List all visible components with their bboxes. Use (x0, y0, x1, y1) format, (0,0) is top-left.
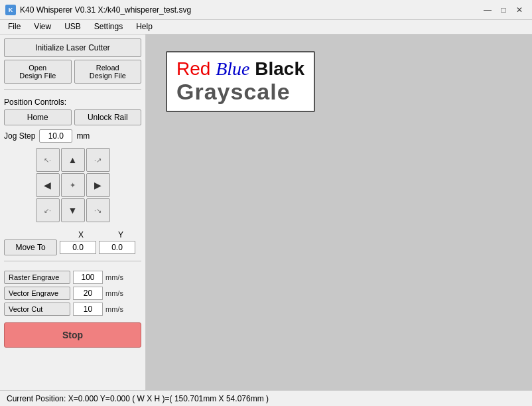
menu-bar: File View USB Settings Help (0, 20, 532, 34)
jog-dl-button[interactable]: ↙· (36, 198, 60, 222)
x-label: X (61, 230, 101, 239)
jog-grid: ↖· ▲ ·↗ ◀ ✦ ▶ ↙· ▼ ·↘ (36, 148, 110, 222)
preview-line2: Grayscale (176, 80, 304, 104)
close-button[interactable]: ✕ (512, 3, 527, 17)
preview-blue-text: Blue (216, 59, 249, 80)
raster-engrave-input[interactable] (73, 271, 103, 284)
jog-step-row: Jog Step mm (4, 129, 141, 143)
vector-cut-row: Vector Cut mm/s (4, 303, 141, 316)
raster-engrave-row: Raster Engrave mm/s (4, 271, 141, 284)
menu-view[interactable]: View (29, 21, 56, 33)
app-icon-label: K (9, 7, 13, 13)
vector-engrave-row: Vector Engrave mm/s (4, 287, 141, 300)
title-bar: K K40 Whisperer V0.31 X:/k40_whisperer_t… (0, 0, 532, 20)
jog-dr-button[interactable]: ·↘ (86, 198, 110, 222)
open-design-file-button[interactable]: Open Design File (4, 60, 72, 84)
position-controls-label: Position Controls: (4, 98, 141, 107)
preview-line1: Red Blue Black (176, 59, 304, 80)
vector-cut-unit: mm/s (105, 305, 123, 313)
home-button[interactable]: Home (4, 109, 72, 125)
move-to-button[interactable]: Move To (4, 239, 57, 255)
vector-cut-input[interactable] (73, 303, 103, 316)
app-icon: K (5, 5, 16, 15)
jog-right-button[interactable]: ▶ (86, 173, 110, 197)
jog-down-button[interactable]: ▼ (61, 198, 85, 222)
move-to-y-input[interactable] (99, 241, 135, 254)
reload-design-file-button[interactable]: Reload Design File (74, 60, 142, 84)
jog-ul-button[interactable]: ↖· (36, 148, 60, 172)
divider-2 (4, 261, 141, 261)
jog-ur-button[interactable]: ·↗ (86, 148, 110, 172)
stop-button[interactable]: Stop (4, 322, 141, 348)
jog-center-button[interactable]: ✦ (61, 173, 85, 197)
speed-section: Raster Engrave mm/s Vector Engrave mm/s … (4, 271, 141, 316)
menu-help[interactable]: Help (131, 21, 158, 33)
preview-black-text: Black (255, 59, 304, 80)
vector-engrave-input[interactable] (73, 287, 103, 300)
home-unlock-row: Home Unlock Rail (4, 109, 141, 125)
divider-1 (4, 89, 141, 90)
jog-step-label: Jog Step (4, 131, 35, 141)
status-text: Current Position: X=0.000 Y=0.000 ( W X … (7, 394, 269, 403)
vector-cut-button[interactable]: Vector Cut (4, 303, 70, 316)
title-left: K K40 Whisperer V0.31 X:/k40_whisperer_t… (5, 5, 191, 15)
jog-up-button[interactable]: ▲ (61, 148, 85, 172)
unlock-rail-button[interactable]: Unlock Rail (74, 109, 142, 125)
menu-usb[interactable]: USB (59, 21, 86, 33)
vector-engrave-unit: mm/s (105, 289, 123, 297)
left-panel: Initialize Laser Cutter Open Design File… (0, 34, 146, 390)
window-controls: — □ ✕ (480, 3, 527, 17)
move-to-section: X Y Move To (4, 230, 141, 255)
maximize-button[interactable]: □ (496, 3, 511, 17)
vector-engrave-button[interactable]: Vector Engrave (4, 287, 70, 300)
raster-engrave-button[interactable]: Raster Engrave (4, 271, 70, 284)
minimize-button[interactable]: — (480, 3, 495, 17)
status-bar: Current Position: X=0.000 Y=0.000 ( W X … (0, 390, 532, 406)
initialize-button[interactable]: Initialize Laser Cutter (4, 38, 141, 57)
design-preview: Red Blue Black Grayscale (166, 51, 315, 112)
design-file-row: Open Design File Reload Design File (4, 60, 141, 84)
window-title: K40 Whisperer V0.31 X:/k40_whisperer_tes… (20, 5, 191, 15)
main-area: Initialize Laser Cutter Open Design File… (0, 34, 532, 390)
menu-settings[interactable]: Settings (89, 21, 128, 33)
y-label: Y (101, 230, 141, 239)
raster-engrave-unit: mm/s (105, 273, 123, 281)
jog-step-input[interactable] (39, 129, 72, 143)
preview-red-text: Red (176, 59, 210, 80)
jog-step-unit: mm (76, 131, 90, 141)
move-to-x-input[interactable] (60, 241, 96, 254)
jog-left-button[interactable]: ◀ (36, 173, 60, 197)
canvas-area: Red Blue Black Grayscale (146, 34, 532, 390)
menu-file[interactable]: File (3, 21, 26, 33)
